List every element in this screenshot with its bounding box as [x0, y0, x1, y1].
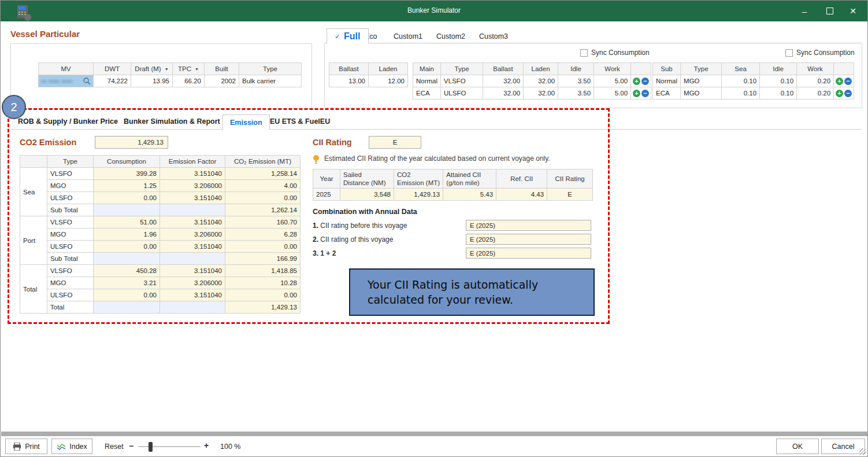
co2-emission-table: Type Consumption Emission Factor CO₂ Emi…: [20, 155, 301, 314]
tab-emission[interactable]: Emission: [222, 115, 270, 130]
draft-dropdown-icon[interactable]: ▼: [165, 67, 169, 71]
main-mode: Normal: [413, 75, 441, 87]
sub-work[interactable]: 0.20: [797, 75, 834, 87]
blank-cell: [94, 253, 160, 265]
remove-row-button[interactable]: −: [641, 90, 649, 97]
sub-sea[interactable]: 0.10: [722, 75, 760, 87]
col-draft[interactable]: Draft (M)▼: [131, 63, 173, 75]
co2-value: 4.00: [225, 180, 301, 192]
subtotal-value: 166.99: [225, 253, 301, 265]
col-consumption: Consumption: [94, 156, 160, 168]
tab-rob-supply-bunker-price[interactable]: ROB & Supply / Bunker Price: [18, 117, 118, 126]
vessel-row: ▪▪ ▪▪▪▪ ▪▪▪▪ 74,222 13.95 66.20 2002 Bul…: [39, 75, 302, 87]
factor-value: 3.206000: [160, 228, 225, 241]
minimize-button[interactable]: –: [795, 1, 814, 21]
main-consumption-table: Main Type Ballast Laden Idle Work Normal…: [413, 62, 651, 99]
col-mv: MV: [39, 63, 94, 75]
remove-row-button[interactable]: −: [844, 78, 852, 85]
tab-full[interactable]: ✓Full: [327, 28, 369, 43]
main-idle[interactable]: 3.50: [558, 75, 594, 87]
main-laden[interactable]: 32.00: [524, 87, 558, 99]
tab-custom1[interactable]: Custom1: [394, 32, 422, 40]
add-row-button[interactable]: +: [633, 90, 640, 97]
zoom-slider-track[interactable]: [138, 446, 201, 447]
window-title: Bunker Simulator: [1, 6, 867, 14]
table-row: MGO1.963.2060006.28: [20, 228, 301, 241]
tab-custom3[interactable]: Custom3: [479, 32, 508, 40]
col-idle: Idle: [760, 63, 797, 75]
cancel-button[interactable]: Cancel: [821, 438, 865, 454]
speed-laden[interactable]: 12.00: [369, 75, 408, 87]
factor-value: 3.151040: [160, 265, 225, 277]
col-ref-cii: Ref. CII: [496, 169, 547, 189]
co2-value: 6.28: [225, 228, 301, 241]
close-button[interactable]: ✕: [843, 1, 863, 21]
col-cii-rating: CII Rating: [547, 169, 593, 189]
main-laden[interactable]: 32.00: [524, 75, 558, 87]
sync-consumption-sub-checkbox[interactable]: [785, 49, 793, 57]
total-value: 1,429.13: [225, 301, 301, 314]
fuel-type: VLSFO: [47, 265, 94, 277]
year-value: 2025: [313, 189, 340, 201]
main-idle[interactable]: 3.50: [558, 87, 594, 99]
ok-button[interactable]: OK: [776, 438, 819, 454]
group-sea: Sea: [20, 168, 47, 216]
search-icon[interactable]: [83, 77, 91, 85]
sub-fuel-type[interactable]: MGO: [681, 87, 722, 99]
sub-mode: ECA: [653, 87, 681, 99]
zoom-out-icon[interactable]: −: [129, 441, 133, 451]
sub-work[interactable]: 0.20: [797, 87, 834, 99]
tab-eu-ets-fueleu[interactable]: EU ETS & FuelEU: [270, 117, 330, 126]
consumption-value: 1.96: [94, 228, 160, 241]
vessel-header-row: MV DWT Draft (M)▼ TPC▼ Built Type: [39, 63, 302, 75]
main-ballast[interactable]: 32.00: [483, 87, 524, 99]
tpc-dropdown-icon[interactable]: ▼: [195, 67, 199, 71]
add-row-button[interactable]: +: [633, 78, 640, 85]
add-row-button[interactable]: +: [836, 90, 843, 97]
sync-consumption-main-checkbox[interactable]: [580, 49, 588, 57]
factor-value: 3.206000: [160, 180, 225, 192]
col-ballast: Ballast: [329, 63, 369, 75]
reset-label[interactable]: Reset: [105, 443, 124, 451]
col-tpc[interactable]: TPC▼: [173, 63, 205, 75]
add-row-button[interactable]: +: [836, 78, 843, 85]
remove-row-button[interactable]: −: [844, 90, 852, 97]
zoom-slider-handle[interactable]: [149, 442, 153, 452]
remove-row-button[interactable]: −: [641, 78, 649, 85]
col-attained-cii: Attained CII(g/ton mile): [443, 169, 496, 189]
printer-icon: [13, 443, 21, 451]
print-button[interactable]: Print: [5, 438, 47, 454]
main-fuel-type[interactable]: VLSFO: [441, 75, 483, 87]
index-button[interactable]: Index: [51, 438, 92, 454]
main-work[interactable]: 5.00: [594, 87, 631, 99]
zoom-in-icon[interactable]: +: [204, 441, 209, 450]
fuel-type: MGO: [47, 277, 94, 289]
factor-value: 3.151040: [160, 241, 225, 253]
sub-consumption-table: Sub Type Sea Idle Work Normal MGO 0.10 0…: [652, 62, 854, 99]
tab-bunker-simulation-report[interactable]: Bunker Simulation & Report: [124, 117, 220, 126]
blank-cell: [94, 204, 160, 216]
footer-divider: [1, 432, 867, 436]
co2-value: 0.00: [225, 192, 301, 204]
col-co2-emission: CO₂ Emission (MT): [225, 156, 301, 168]
maximize-button[interactable]: [820, 1, 840, 21]
sub-idle[interactable]: 0.10: [760, 87, 797, 99]
main-mode: ECA: [413, 87, 441, 99]
main-fuel-type[interactable]: ULSFO: [441, 87, 483, 99]
main-ballast[interactable]: 32.00: [483, 75, 524, 87]
vessel-name-cell[interactable]: ▪▪ ▪▪▪▪ ▪▪▪▪: [39, 75, 94, 87]
resize-grip-icon[interactable]: [859, 448, 866, 455]
tab-custom2[interactable]: Custom2: [436, 32, 465, 40]
main-work[interactable]: 5.00: [594, 75, 631, 87]
sub-sea[interactable]: 0.10: [722, 87, 760, 99]
col-sailed-distance: SailedDistance (NM): [340, 169, 394, 189]
col-dwt: DWT: [94, 63, 131, 75]
col-type: Type: [441, 63, 483, 75]
sub-idle[interactable]: 0.10: [760, 75, 797, 87]
speed-ballast[interactable]: 13.00: [329, 75, 369, 87]
consumption-value: 51.00: [94, 216, 160, 228]
col-work: Work: [797, 63, 834, 75]
vessel-tpc: 66.20: [173, 75, 205, 87]
main-row-eca: ECA ULSFO 32.00 32.00 3.50 5.00 +−: [413, 87, 651, 99]
sub-fuel-type[interactable]: MGO: [681, 75, 722, 87]
